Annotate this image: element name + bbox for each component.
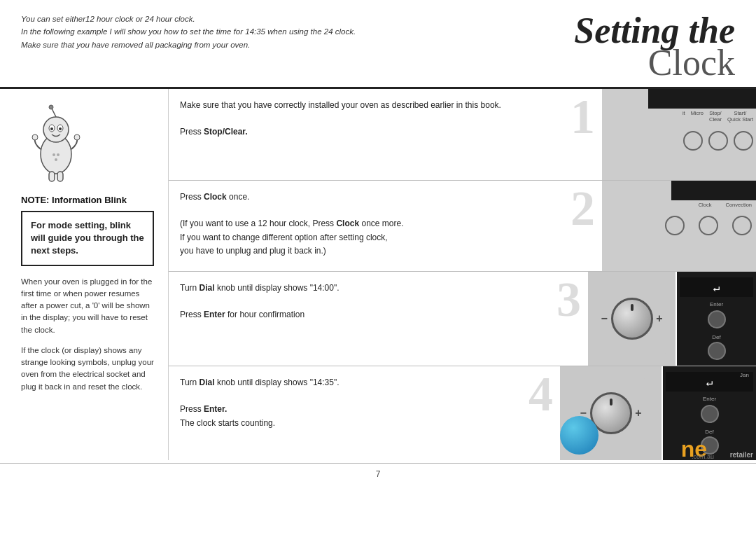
step-2-row: 2 Press Clock once. (If you want to use … [169, 181, 756, 272]
step-2-image: Clock Convection [602, 181, 756, 271]
page-number: 7 [376, 469, 381, 479]
enter-label-3: Enter [710, 301, 723, 307]
dial-knob[interactable] [611, 298, 653, 340]
enter-panel-3: ↵ Enter Def [676, 272, 756, 366]
svg-point-9 [74, 134, 80, 140]
header-instructions: You can set either12 hour clock or 24 ho… [21, 13, 356, 51]
info-box-text: For mode setting, blink will guide you t… [31, 219, 144, 258]
step-3-text: Turn Dial knob until display shows "14:0… [180, 282, 577, 322]
steps-area: 1 Make sure that you have correctly inst… [168, 89, 756, 460]
panel-label-stop-clear: Stop/Clear [709, 110, 722, 123]
step-1-image: it Micro Stop/Clear Start/Quick Start [602, 89, 756, 180]
step-3-image: − + ↵ Enter Def [588, 272, 756, 366]
start-button[interactable] [734, 131, 753, 151]
dial-plus-icon-4: + [635, 407, 641, 420]
step-1-text: Make sure that you have correctly instal… [180, 99, 591, 139]
jan-label: Jan [740, 372, 749, 378]
svg-line-2 [52, 109, 56, 117]
enter-label-4: Enter [703, 396, 716, 402]
svg-rect-11 [57, 172, 63, 181]
svg-point-3 [49, 105, 53, 109]
info-box: For mode setting, blink will guide you t… [21, 211, 154, 266]
panel-label-micro: Micro [691, 110, 704, 123]
enter-return-icon-3: ↵ [713, 281, 720, 294]
header-line2: In the following example I will show you… [21, 25, 356, 38]
enter-panel-4: ↵ Enter Def [662, 366, 756, 460]
svg-point-14 [55, 158, 57, 161]
extra-button-2[interactable] [732, 216, 752, 235]
panel-label-start: Start/Quick Start [727, 110, 753, 123]
clock-button[interactable] [665, 216, 685, 235]
svg-point-1 [43, 117, 69, 142]
enter-return-icon-4: ↵ [706, 375, 713, 389]
header-line1: You can set either12 hour clock or 24 ho… [21, 13, 356, 25]
micro-button[interactable] [683, 131, 703, 151]
step-1-row: 1 Make sure that you have correctly inst… [169, 89, 756, 181]
svg-point-12 [52, 153, 55, 156]
mascot-icon [21, 102, 91, 186]
step-4-content: 4 Turn Dial knob until display shows "14… [169, 366, 560, 460]
def-label-3: Def [712, 334, 720, 340]
dial-minus-icon: − [601, 312, 608, 325]
step-4-row: 4 Turn Dial knob until display shows "14… [169, 366, 756, 460]
step-2-text: Press Clock once. (If you want to use a … [180, 191, 591, 258]
note-heading: NOTE: Information Blink [21, 195, 154, 205]
convection-label: Convection [725, 202, 752, 208]
left-para1: When your oven is plugged in for the fir… [21, 276, 154, 336]
page-title-block: Setting the Clock [574, 13, 735, 81]
step-1-content: 1 Make sure that you have correctly inst… [169, 89, 602, 180]
panel-label-it: it [682, 110, 685, 123]
step-2-content: 2 Press Clock once. (If you want to use … [169, 181, 602, 271]
enter-button-3[interactable] [708, 310, 726, 328]
header-line3: Make sure that you have removed all pack… [21, 39, 356, 51]
svg-point-8 [32, 134, 38, 140]
svg-point-7 [59, 127, 62, 130]
step-4-image: retailer − + ↵ Enter [560, 366, 756, 460]
step-3-row: 3 Turn Dial knob until display shows "14… [169, 272, 756, 366]
def-button-3[interactable] [708, 342, 726, 360]
convection-button[interactable] [699, 216, 718, 235]
brand-text-retailer: retailer [730, 451, 753, 459]
dial-knob-area: − + [597, 284, 667, 354]
clock-label: Clock [699, 202, 712, 208]
dial-plus-icon: + [656, 312, 662, 325]
def-label-4: Def [705, 429, 713, 435]
page-footer: 7 [0, 463, 756, 485]
step-4-text: Turn Dial knob until display shows "14:3… [180, 376, 549, 430]
brand-logo [560, 416, 598, 455]
enter-button-4[interactable] [701, 405, 719, 423]
brand-com-text: .com.au [692, 453, 714, 460]
svg-rect-10 [49, 172, 55, 181]
logo-circle [560, 416, 598, 455]
page-header: You can set either12 hour clock or 24 ho… [0, 0, 756, 89]
main-content: NOTE: Information Blink For mode setting… [0, 89, 756, 460]
step-3-content: 3 Turn Dial knob until display shows "14… [169, 272, 588, 366]
left-column: NOTE: Information Blink For mode setting… [0, 89, 168, 460]
dial-panel-3: − + [588, 272, 676, 366]
stop-clear-button[interactable] [708, 131, 728, 151]
left-para2: If the clock (or display) shows any stra… [21, 345, 154, 393]
svg-point-6 [50, 127, 53, 130]
svg-point-13 [57, 153, 59, 156]
